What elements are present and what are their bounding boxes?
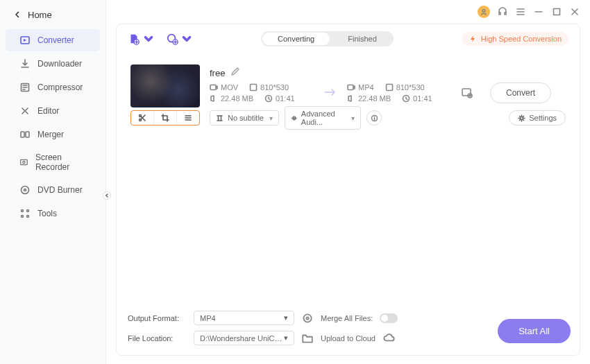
content-card: Converting Finished High Speed Conversio… bbox=[116, 24, 580, 356]
svg-rect-13 bbox=[554, 9, 560, 15]
user-avatar-icon[interactable] bbox=[478, 6, 490, 18]
sidebar-item-merger[interactable]: Merger bbox=[6, 123, 100, 146]
sidebar: Home Converter Downloader Compressor Edi… bbox=[0, 0, 106, 364]
arrow-icon bbox=[323, 86, 337, 101]
dst-duration: 01:41 bbox=[413, 94, 432, 103]
editor-icon bbox=[19, 105, 31, 116]
start-all-button[interactable]: Start All bbox=[498, 319, 571, 343]
video-item: free MOV 810*530 22.48 MB 01:41 bbox=[128, 62, 568, 132]
dvd-burner-icon bbox=[19, 184, 31, 196]
minimize-icon[interactable] bbox=[533, 6, 544, 17]
subtitle-label: No subtitle bbox=[228, 114, 264, 122]
sidebar-home-label: Home bbox=[28, 10, 52, 20]
sidebar-item-label: Converter bbox=[37, 35, 74, 45]
main: Converting Finished High Speed Conversio… bbox=[106, 0, 590, 364]
src-duration: 01:41 bbox=[276, 94, 295, 103]
sidebar-item-editor[interactable]: Editor bbox=[6, 100, 100, 122]
sidebar-item-label: Compressor bbox=[37, 83, 83, 92]
output-settings-icon[interactable] bbox=[301, 312, 314, 324]
src-format: MOV bbox=[221, 83, 238, 92]
svg-point-8 bbox=[22, 210, 24, 212]
add-file-button[interactable] bbox=[128, 33, 155, 45]
sidebar-item-label: Merger bbox=[37, 130, 64, 139]
close-icon[interactable] bbox=[569, 6, 580, 17]
src-resolution: 810*530 bbox=[260, 83, 289, 92]
crop-button[interactable] bbox=[153, 111, 176, 125]
svg-rect-2 bbox=[21, 132, 24, 137]
sidebar-item-compressor[interactable]: Compressor bbox=[6, 76, 100, 98]
svg-point-30 bbox=[306, 317, 308, 319]
sidebar-item-label: Tools bbox=[37, 209, 57, 218]
card-header: Converting Finished High Speed Conversio… bbox=[117, 24, 580, 53]
compressor-icon bbox=[19, 82, 31, 93]
status-tabs: Converting Finished bbox=[261, 31, 394, 46]
svg-point-6 bbox=[22, 187, 29, 194]
merge-toggle[interactable] bbox=[380, 313, 398, 323]
svg-rect-23 bbox=[386, 85, 392, 91]
merger-icon bbox=[19, 129, 31, 140]
settings-button[interactable]: Settings bbox=[509, 110, 566, 125]
output-format-label: Output Format: bbox=[128, 314, 187, 322]
info-icon[interactable] bbox=[366, 110, 382, 125]
svg-rect-20 bbox=[251, 85, 257, 91]
svg-point-11 bbox=[27, 216, 29, 218]
back-icon bbox=[14, 10, 21, 20]
effects-button[interactable] bbox=[176, 111, 199, 125]
dst-size: 22.48 MB bbox=[358, 94, 391, 103]
open-folder-icon[interactable] bbox=[301, 332, 314, 345]
svg-rect-3 bbox=[26, 132, 29, 137]
add-url-button[interactable] bbox=[166, 33, 193, 45]
file-location-value: D:\Wondershare UniConverter 1 bbox=[200, 334, 284, 343]
audio-select[interactable]: Advanced Audi... ▾ bbox=[285, 106, 361, 130]
output-format-value: MP4 bbox=[200, 314, 216, 322]
dst-resolution: 810*530 bbox=[396, 83, 425, 92]
video-thumbnail[interactable] bbox=[130, 64, 200, 107]
cloud-icon[interactable] bbox=[382, 332, 395, 345]
thumbnail-tools bbox=[130, 110, 200, 125]
titlebar bbox=[106, 0, 590, 24]
svg-point-7 bbox=[24, 189, 26, 191]
sidebar-item-label: Screen Recorder bbox=[35, 153, 86, 172]
svg-point-29 bbox=[303, 314, 311, 322]
output-settings-icon[interactable] bbox=[461, 87, 473, 99]
dst-format: MP4 bbox=[358, 83, 374, 92]
merge-label: Merge All Files: bbox=[321, 314, 373, 322]
tools-icon bbox=[19, 208, 31, 219]
svg-rect-22 bbox=[348, 85, 353, 90]
trim-button[interactable] bbox=[131, 111, 153, 125]
sidebar-item-label: Editor bbox=[37, 106, 59, 116]
audio-label: Advanced Audi... bbox=[301, 110, 347, 126]
file-location-select[interactable]: D:\Wondershare UniConverter 1 ▾ bbox=[194, 331, 294, 345]
file-location-label: File Location: bbox=[128, 334, 187, 343]
sidebar-item-screen-recorder[interactable]: Screen Recorder bbox=[6, 147, 100, 177]
sidebar-collapse-button[interactable] bbox=[103, 191, 111, 200]
rename-icon[interactable] bbox=[230, 67, 239, 78]
svg-point-12 bbox=[482, 10, 485, 12]
src-size: 22.48 MB bbox=[221, 94, 253, 103]
svg-rect-4 bbox=[21, 159, 28, 164]
sidebar-home[interactable]: Home bbox=[0, 0, 106, 28]
downloader-icon bbox=[19, 58, 31, 69]
svg-rect-19 bbox=[210, 85, 216, 90]
sidebar-item-tools[interactable]: Tools bbox=[6, 202, 100, 225]
sidebar-item-downloader[interactable]: Downloader bbox=[6, 53, 100, 75]
maximize-icon[interactable] bbox=[551, 6, 562, 17]
output-format-select[interactable]: MP4 ▾ bbox=[194, 311, 294, 325]
upload-label: Upload to Cloud bbox=[321, 334, 376, 343]
svg-point-10 bbox=[22, 216, 24, 218]
sidebar-item-dvd-burner[interactable]: DVD Burner bbox=[6, 179, 100, 201]
sidebar-item-converter[interactable]: Converter bbox=[6, 29, 100, 51]
tab-converting[interactable]: Converting bbox=[262, 33, 330, 45]
tab-finished[interactable]: Finished bbox=[331, 31, 394, 46]
settings-label: Settings bbox=[529, 114, 557, 122]
convert-button[interactable]: Convert bbox=[490, 83, 551, 103]
subtitle-select[interactable]: No subtitle ▾ bbox=[210, 110, 279, 125]
video-name: free bbox=[210, 68, 225, 78]
svg-point-5 bbox=[23, 161, 25, 163]
headset-icon[interactable] bbox=[497, 6, 508, 17]
svg-point-9 bbox=[27, 210, 29, 212]
sidebar-item-label: Downloader bbox=[37, 59, 82, 69]
menu-icon[interactable] bbox=[515, 6, 526, 17]
high-speed-badge[interactable]: High Speed Conversion bbox=[462, 32, 568, 46]
svg-point-28 bbox=[521, 116, 523, 119]
